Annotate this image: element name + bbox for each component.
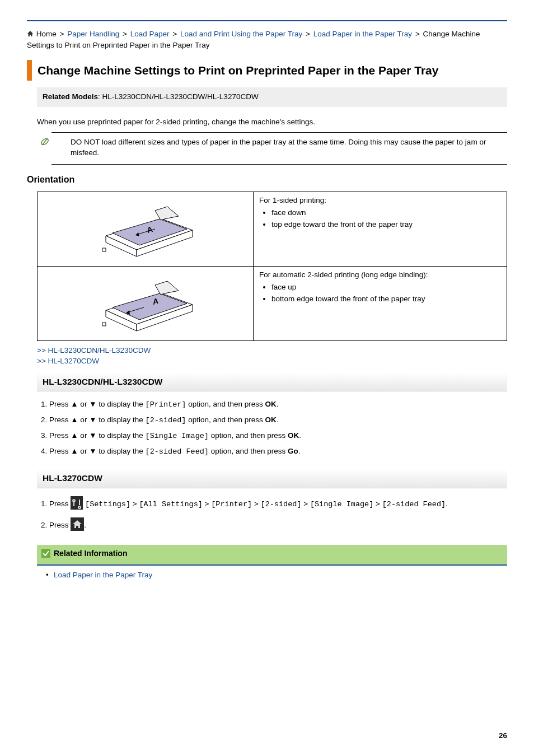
related-models-label: Related Models [43,92,98,101]
lcd-option: [2-sided] [261,500,302,508]
orientation-bullet: bottom edge toward the front of the pape… [271,293,501,305]
step-item: Press [Settings] > [All Settings] > [Pri… [49,494,507,515]
breadcrumb-link[interactable]: Load Paper [130,30,170,38]
step-item: Press ▲ or ▼ to display the [Single Imag… [49,428,507,444]
lcd-option: [Settings] [85,500,130,508]
key-name: OK [265,416,277,424]
key-name: OK [288,431,299,440]
lcd-option: [2-sided Feed] [146,447,209,456]
anchor-link[interactable]: >> HL-L3230CDN/HL-L3230CDW [37,346,507,356]
lcd-option: [Single Image] [146,432,209,440]
table-row: A For 1-sided printing: face down top ed… [38,192,507,267]
orientation-bullet: face down [271,207,501,219]
related-models-value: : HL-L3230CDN/HL-L3230CDW/HL-L3270CDW [98,92,259,101]
related-info-link[interactable]: Load Paper in the Paper Tray [54,571,152,579]
svg-marker-19 [102,323,106,326]
lcd-option: [2-sided] [146,416,186,424]
note-text: DO NOT load different sizes and types of… [71,138,486,157]
orientation-desc: For 1-sided printing: face down top edge… [253,192,507,267]
lcd-option: [All Settings] [139,500,202,508]
svg-marker-6 [155,207,179,220]
orientation-heading: Orientation [27,174,507,186]
lcd-option: [Printer] [211,500,252,508]
key-name: OK [265,400,277,408]
step-item: Press . [49,515,507,536]
orientation-lead: For automatic 2-sided printing (long edg… [259,270,501,281]
note-icon [39,136,50,151]
settings-tool-icon [71,496,83,513]
related-info-heading: Related Information [37,545,507,566]
note-box: DO NOT load different sizes and types of… [51,132,507,165]
related-info-item: Load Paper in the Paper Tray [54,570,490,581]
svg-rect-22 [41,549,50,558]
model-section-heading: HL-L3270CDW [37,469,507,488]
page-title: Change Machine Settings to Print on Prep… [27,60,507,81]
svg-marker-10 [102,248,106,251]
tray-face-down-illustration: A [89,197,201,258]
tray-face-up-illustration: A [89,271,201,333]
home-icon [27,30,34,40]
tray-image-cell: A [38,267,254,341]
breadcrumb-link[interactable]: Paper Handling [67,30,119,38]
orientation-bullet: top edge toward the front of the paper t… [271,219,501,231]
anchor-links: >> HL-L3230CDN/HL-L3230CDW >> HL-L3270CD… [37,346,507,367]
home-button-icon [71,517,84,534]
anchor-link[interactable]: >> HL-L3270CDW [37,356,507,367]
orientation-desc: For automatic 2-sided printing (long edg… [253,267,507,341]
breadcrumb-link[interactable]: Load Paper in the Paper Tray [313,30,412,38]
related-models: Related Models: HL-L3230CDN/HL-L3230CDW/… [37,87,507,107]
key-name: Go [288,447,298,455]
breadcrumb: Home > Paper Handling > Load Paper > Loa… [27,28,507,54]
page-number: 26 [27,731,507,741]
steps-list: Press [Settings] > [All Settings] > [Pri… [37,494,507,536]
lcd-option: [Printer] [146,400,186,409]
model-section-heading: HL-L3230CDN/HL-L3230CDW [37,372,507,392]
steps-list: Press ▲ or ▼ to display the [Printer] op… [37,397,507,460]
orientation-lead: For 1-sided printing: [259,195,501,206]
lcd-option: [2-sided Feed] [382,500,446,508]
intro-text: When you use preprinted paper for 2-side… [37,117,507,128]
breadcrumb-link[interactable]: Load and Print Using the Paper Tray [180,30,302,38]
related-info: Related Information Load Paper in the Pa… [37,545,507,585]
table-row: A For automatic 2-sided printing (long e… [38,267,507,341]
breadcrumb-home[interactable]: Home [36,30,57,38]
lcd-option: [Single Image] [310,500,373,508]
check-icon [41,549,50,561]
step-item: Press ▲ or ▼ to display the [2-sided] op… [49,413,507,428]
svg-marker-15 [155,281,179,295]
tray-image-cell: A [38,192,254,267]
orientation-table: A For 1-sided printing: face down top ed… [37,192,507,341]
step-item: Press ▲ or ▼ to display the [2-sided Fee… [49,444,507,460]
step-item: Press ▲ or ▼ to display the [Printer] op… [49,397,507,413]
orientation-bullet: face up [271,282,501,293]
